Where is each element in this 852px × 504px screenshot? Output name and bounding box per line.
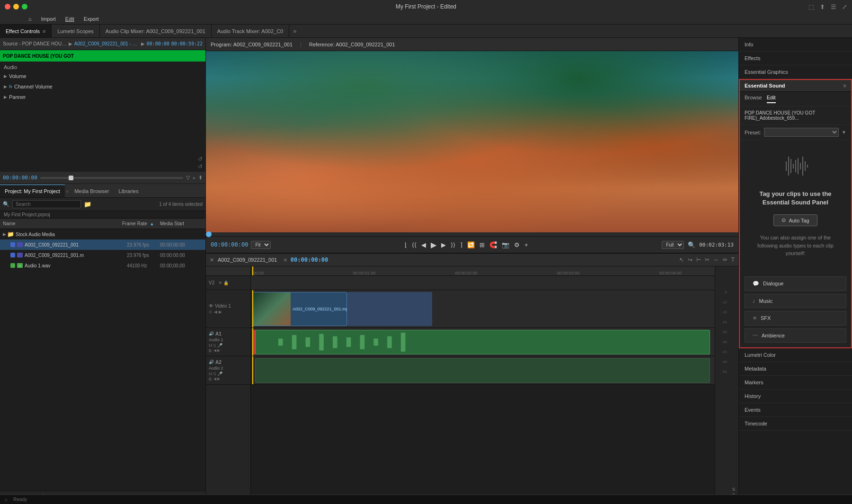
audio-row-volume[interactable]: ▶ Volume (0, 71, 205, 81)
go-to-out-btn[interactable]: ⟩⟩ (450, 240, 456, 249)
safe-margins-btn[interactable]: ⊞ (479, 240, 486, 249)
tab-effect-controls[interactable]: Effect Controls ≡ (0, 25, 52, 37)
step-fwd-btn[interactable]: ▶ (440, 240, 447, 249)
menu-home[interactable]: ⌂ (28, 16, 32, 22)
col-frame-rate[interactable]: Frame Rate ▲ (122, 221, 160, 226)
v1-eye-icon[interactable]: 👁 (209, 303, 213, 309)
ruler-handle[interactable] (69, 176, 73, 180)
audio-row-panner[interactable]: ▶ Panner (0, 92, 205, 102)
esp-tab-edit[interactable]: Edit (767, 95, 776, 103)
timeline-tool-ripple[interactable]: ⊢ (696, 256, 701, 263)
esp-type-sfx[interactable]: ✳ SFX (745, 311, 846, 326)
a2-speaker-icon[interactable]: 🔊 (209, 360, 214, 364)
mark-in-btn[interactable]: ⌊ (404, 240, 408, 249)
video-clip-v1[interactable]: A002_C009_092221_001.mp4 (252, 292, 347, 326)
timeline-tool-razor[interactable]: ✂ (705, 256, 710, 263)
filter-icon[interactable]: ▽ (186, 175, 190, 181)
menu-edit[interactable]: Edit (65, 16, 74, 22)
loop-btn[interactable]: 🔁 (466, 240, 476, 249)
timeline-tool-slip[interactable]: ↔ (713, 256, 719, 263)
play-btn[interactable]: ▶ (430, 239, 437, 250)
esp-tab-browse[interactable]: Browse (745, 95, 762, 103)
timeline-menu-btn[interactable]: ≡ (284, 257, 286, 263)
list-item[interactable]: A002_C009_092221_001 23.976 fps 00:00:00… (0, 239, 205, 250)
reset-icon-1[interactable]: ↺ (198, 156, 203, 162)
rp-markers[interactable]: Markers (739, 376, 852, 389)
close-timeline-btn[interactable]: ✕ (210, 257, 214, 263)
rp-history[interactable]: History (739, 389, 852, 403)
menu-import[interactable]: Import (41, 16, 56, 22)
esp-type-ambience[interactable]: 〰 Ambience (745, 328, 846, 343)
esp-type-music[interactable]: ♪ Music (745, 294, 846, 308)
v1-track[interactable]: A002_C009_092221_001.mp4 (251, 290, 715, 328)
rp-timecode[interactable]: Timecode (739, 417, 852, 431)
a1-speaker-icon[interactable]: 🔊 (209, 331, 214, 336)
tabs-more-button[interactable]: » (289, 27, 300, 35)
v1-step-fwd[interactable]: ▶ (219, 309, 222, 314)
rp-metadata[interactable]: Metadata (739, 362, 852, 376)
settings-btn[interactable]: ⚙ (513, 240, 521, 249)
snap-btn[interactable]: 🧲 (488, 240, 498, 249)
list-item[interactable]: A002_C009_092221_001.m 23.976 fps 00:00:… (0, 250, 205, 260)
tab-lumetri-scopes[interactable]: Lumetri Scopes (52, 25, 99, 37)
tab-menu-icon[interactable]: ≡ (43, 28, 45, 34)
a2-audio-clip[interactable] (255, 358, 710, 383)
timeline-tool-type[interactable]: T (731, 256, 735, 263)
resolution-select[interactable]: Full (662, 241, 684, 249)
a2-track[interactable] (251, 356, 715, 385)
timeline-tool-pen[interactable]: ✏ (723, 256, 728, 263)
v2-track[interactable] (251, 276, 715, 290)
audio-row-channel-volume[interactable]: ▶ fx Channel Volume (0, 81, 205, 92)
s-btn-1[interactable]: S (729, 487, 738, 492)
esp-autotag-button[interactable]: ⊙ Auto Tag (773, 214, 817, 226)
go-to-in-btn[interactable]: ⟨⟨ (411, 240, 417, 249)
fullscreen-button[interactable] (22, 4, 27, 9)
project-tab-project[interactable]: Project: My First Project (0, 185, 65, 197)
zoom-btn[interactable]: 🔍 (687, 240, 696, 249)
a1-back-btn[interactable]: ◀ (213, 348, 216, 353)
a1-audio-clip[interactable] (255, 330, 710, 354)
reset-icon-2[interactable]: ↺ (198, 163, 203, 170)
zoom-select[interactable]: Fit (251, 241, 271, 249)
progress-handle[interactable] (206, 231, 212, 237)
share-icon[interactable]: ⬆ (820, 3, 825, 10)
rp-lumetri-color[interactable]: Lumetri Color (739, 348, 852, 362)
a2-solo-btn[interactable]: S (213, 371, 216, 376)
list-item[interactable]: ♪ Audio 1.wav 44100 Hz 00:00;00;00 (0, 260, 205, 271)
add-icon[interactable]: + (193, 175, 195, 181)
tab-audio-clip-mixer[interactable]: Audio Clip Mixer: A002_C009_092221_001 (100, 25, 212, 37)
project-search-input[interactable] (12, 200, 81, 208)
menu-export[interactable]: Export (84, 16, 99, 22)
a1-mute-btn[interactable]: M (209, 343, 213, 348)
rp-essential-graphics[interactable]: Essential Graphics (739, 65, 852, 79)
project-tab-media-browser[interactable]: Media Browser (70, 185, 114, 197)
menu-icon[interactable]: ☰ (831, 3, 836, 10)
v1-step-back[interactable]: ◀ (214, 309, 217, 314)
v1-sync-icon[interactable]: ⊙ (209, 309, 213, 314)
program-progress-bar[interactable] (206, 232, 738, 236)
ruler-bar[interactable] (40, 177, 183, 179)
esp-preset-arrow[interactable]: ▼ (842, 130, 846, 135)
esp-menu-btn[interactable]: ≡ (843, 83, 846, 88)
a1-solo-btn[interactable]: S (213, 343, 216, 348)
list-item[interactable]: ▶ 📁 Stock Audio Media (0, 229, 205, 239)
a1-track[interactable] (251, 328, 715, 356)
v2-lock-icon[interactable]: 🔒 (223, 281, 229, 285)
col-name[interactable]: Name (3, 221, 122, 226)
tab-audio-track-mixer[interactable]: Audio Track Mixer: A002_C0 (212, 25, 289, 37)
rp-effects[interactable]: Effects (739, 52, 852, 65)
v2-eye-icon[interactable]: 👁 (218, 281, 222, 285)
export-frame-btn[interactable]: 📷 (501, 240, 510, 249)
lift-icon[interactable]: ⬆ (198, 175, 203, 181)
a1-fwd-btn[interactable]: ▶ (217, 348, 220, 353)
esp-type-dialogue[interactable]: 💬 Dialogue (745, 276, 846, 291)
col-media-start[interactable]: Media Start (160, 221, 203, 226)
timeline-tool-select[interactable]: ↖ (679, 256, 684, 263)
minimize-button[interactable] (13, 4, 19, 9)
new-bin-button[interactable]: 📁 (84, 201, 91, 208)
project-tab-libraries[interactable]: Libraries (114, 185, 143, 197)
expand-icon[interactable]: ⬚ (808, 3, 814, 10)
step-back-btn[interactable]: ◀ (420, 240, 427, 249)
a1-mic-icon[interactable]: 🎤 (217, 343, 222, 348)
rp-events[interactable]: Events (739, 403, 852, 417)
